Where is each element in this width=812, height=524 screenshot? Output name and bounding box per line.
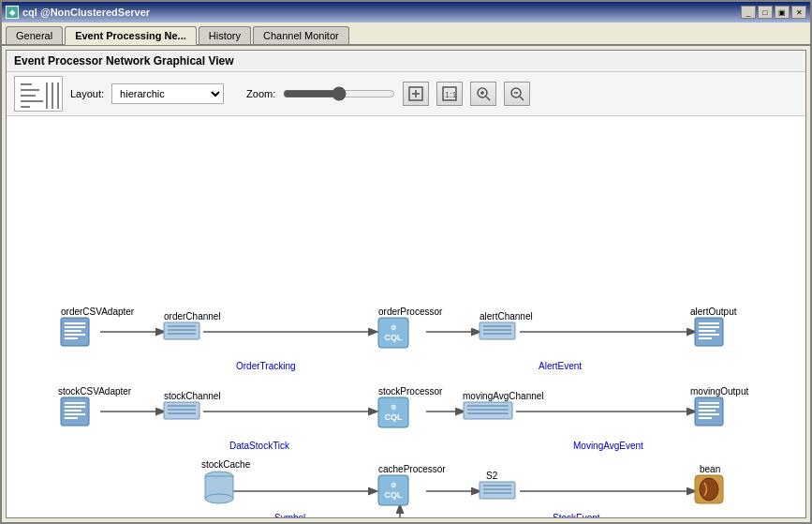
main-window: ◈ cql @NonClusteredServer _ □ ▣ ✕ Genera… — [0, 0, 812, 524]
titlebar-left: ◈ cql @NonClusteredServer — [6, 6, 150, 19]
orderCSVAdapter-label: orderCSVAdapter — [61, 307, 135, 317]
StockEvent-label: StockEvent — [553, 513, 600, 517]
movingAvgChannel-node — [464, 402, 512, 419]
fit-icon — [408, 86, 423, 101]
AlertEvent-label: AlertEvent — [539, 361, 582, 371]
tab-channel-monitor[interactable]: Channel Monitor — [253, 26, 349, 44]
diagram-area[interactable]: ⚙ CQL — [7, 116, 805, 517]
orderCSVAdapter-node — [61, 318, 89, 346]
minimize-btn[interactable]: _ — [741, 6, 756, 19]
layout-label: Layout: — [70, 88, 104, 99]
stockProcessor-node: ⚙ CQL — [378, 397, 408, 427]
DataStockTick-label: DataStockTick — [229, 441, 290, 451]
stockChannel-node — [164, 402, 199, 419]
tab-history[interactable]: History — [199, 26, 251, 44]
tab-general[interactable]: General — [6, 26, 63, 44]
maximize-btn[interactable]: ▣ — [775, 6, 790, 19]
svg-rect-71 — [464, 402, 512, 419]
zoom-slider[interactable] — [283, 86, 395, 101]
svg-text:CQL: CQL — [385, 412, 404, 422]
stockChannel-label: stockChannel — [164, 391, 221, 401]
movingOutput-label: movingOutput — [690, 386, 748, 397]
alertChannel-label: alertChannel — [480, 311, 533, 322]
svg-rect-64 — [164, 402, 199, 419]
svg-text:⚙: ⚙ — [391, 404, 396, 411]
tab-event-processing[interactable]: Event Processing Ne... — [65, 26, 197, 45]
window-title: cql @NonClusteredServer — [22, 7, 150, 18]
stockCSVAdapter-label: stockCSVAdapter — [58, 386, 132, 397]
close-btn[interactable]: ✕ — [791, 6, 806, 19]
alertChannel-node — [480, 322, 515, 339]
orderProcessor-node: ⚙ CQL — [378, 318, 408, 348]
layout-icon — [14, 76, 63, 112]
restore-btn[interactable]: □ — [758, 6, 773, 19]
cacheProcessor-node: ⚙ CQL — [378, 475, 408, 505]
MovingAvgEvent-label: MovingAvgEvent — [573, 441, 643, 451]
movingOutput-node — [695, 397, 723, 426]
svg-rect-41 — [164, 322, 199, 339]
app-icon: ◈ — [6, 6, 19, 19]
S2-label: S2 — [486, 471, 498, 481]
svg-text:1:1: 1:1 — [445, 90, 457, 99]
svg-text:CQL: CQL — [385, 333, 404, 342]
svg-line-19 — [520, 97, 524, 100]
tabbar: General Event Processing Ne... History C… — [2, 22, 810, 46]
alertOutput-label: alertOutput — [690, 307, 737, 317]
bean-label: bean — [700, 464, 720, 474]
orderChannel-node — [164, 322, 199, 339]
svg-rect-48 — [480, 322, 515, 339]
svg-point-83 — [205, 494, 233, 503]
zoom-in-button[interactable] — [470, 82, 496, 106]
fit-button[interactable] — [403, 82, 429, 106]
layout-select[interactable]: hierarchic organic circular tree — [111, 83, 224, 104]
bean-node — [695, 475, 723, 503]
svg-line-16 — [486, 97, 490, 100]
svg-point-92 — [700, 478, 718, 501]
content-title: Event Processor Network Graphical View — [7, 51, 805, 72]
svg-rect-87 — [480, 482, 515, 499]
zoom-in-icon — [476, 86, 491, 101]
zoom-out-button[interactable] — [504, 82, 530, 106]
svg-text:⚙: ⚙ — [391, 482, 396, 488]
stockCache-label: stockCache — [201, 459, 251, 470]
alertOutput-node — [695, 318, 723, 346]
titlebar-controls: _ □ ▣ ✕ — [741, 6, 806, 19]
titlebar: ◈ cql @NonClusteredServer _ □ ▣ ✕ — [2, 2, 810, 22]
zoom-label: Zoom: — [246, 88, 275, 99]
network-diagram: ⚙ CQL — [7, 116, 793, 517]
Symbol-label: Symbol — [274, 513, 305, 517]
movingAvgChannel-label: movingAvgChannel — [463, 391, 544, 401]
actual-size-button[interactable]: 1:1 — [436, 82, 463, 106]
stockCSVAdapter-node — [61, 397, 89, 426]
OrderTracking-label: OrderTracking — [236, 361, 296, 371]
svg-text:CQL: CQL — [385, 490, 404, 500]
toolbar: Layout: hierarchic organic circular tree… — [7, 72, 805, 116]
cacheProcessor-label: cacheProcessor — [378, 464, 446, 474]
orderProcessor-label: orderProcessor — [378, 307, 443, 317]
stockProcessor-label: stockProcessor — [378, 386, 443, 397]
content-area: Event Processor Network Graphical View L… — [6, 50, 806, 518]
actual-size-icon: 1:1 — [442, 86, 457, 101]
stockCache-node — [205, 472, 233, 503]
zoom-out-icon — [509, 86, 524, 101]
orderChannel-label: orderChannel — [164, 311, 221, 322]
S2-node — [480, 482, 515, 499]
svg-text:⚙: ⚙ — [391, 324, 396, 331]
